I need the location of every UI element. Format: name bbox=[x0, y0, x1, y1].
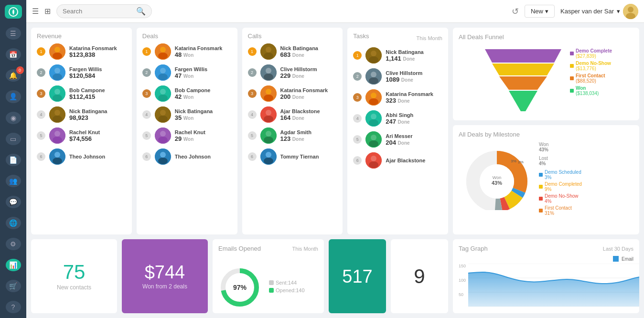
cart-icon[interactable]: 🛒 bbox=[6, 280, 21, 292]
tasks-title: Tasks bbox=[353, 32, 369, 40]
rank-badge: 1 bbox=[248, 47, 257, 56]
svg-point-23 bbox=[160, 47, 166, 53]
list-item: 3 Katarina Fonsmark 200 Done bbox=[248, 85, 337, 102]
chat-icon[interactable]: 💬 bbox=[6, 196, 21, 208]
first-contact-dot bbox=[539, 209, 543, 212]
deals-col: Deals 1 Katarina Fonsmark 48 Won 2 bbox=[137, 28, 237, 234]
person-info: Abhi Singh 247 Done bbox=[386, 112, 442, 125]
rank-badge: 5 bbox=[142, 131, 151, 140]
funnel-labels: Demo Complete($27,839) Demo No-Show($13,… bbox=[570, 44, 612, 96]
email-donut: 97% bbox=[218, 266, 261, 309]
calls-col: Calls 1 Nick Batingana 683 Done 2 bbox=[242, 28, 343, 234]
person-info: Rachel Knut $74,556 bbox=[69, 129, 126, 142]
nine-value: 9 bbox=[414, 266, 425, 286]
bottom-stats-row: 75 New contacts $744 Won from 2 deals Em… bbox=[31, 239, 448, 313]
avatar bbox=[365, 47, 382, 64]
svg-point-59 bbox=[371, 51, 376, 56]
avatar bbox=[155, 64, 171, 81]
left-panels: Revenue 1 Katarina Fonsmark $123,838 2 bbox=[31, 28, 448, 313]
milestone-labels: Won43% Lost4% Demo Scheduled3% Demo Comp… bbox=[539, 142, 582, 216]
svg-point-29 bbox=[160, 89, 166, 95]
folder-icon[interactable]: ▭ bbox=[6, 133, 21, 145]
svg-point-65 bbox=[371, 93, 376, 98]
svg-point-20 bbox=[54, 152, 60, 158]
calendar-icon[interactable]: 📅 bbox=[6, 48, 21, 61]
avatar bbox=[260, 85, 277, 102]
svg-point-35 bbox=[160, 131, 166, 137]
svg-point-72 bbox=[369, 140, 378, 147]
rank-badge: 3 bbox=[353, 93, 362, 102]
rank-badge: 6 bbox=[248, 152, 257, 161]
person-info: Fargen Willis $120,584 bbox=[69, 66, 126, 79]
avatar bbox=[365, 110, 382, 127]
tasks-header: Tasks This Month bbox=[353, 32, 442, 43]
group-icon[interactable]: 👥 bbox=[6, 175, 21, 187]
person-icon[interactable]: 👤 bbox=[6, 90, 21, 103]
tag-graph-legend: Email bbox=[459, 256, 633, 262]
svg-text:43%: 43% bbox=[492, 180, 502, 186]
email-legend-label: Email bbox=[622, 256, 633, 262]
list-item: 5 Rachel Knut 29 Won bbox=[142, 127, 232, 144]
funnel-title: All Deals Funnel bbox=[459, 33, 633, 41]
notification-icon[interactable]: 🔔0 bbox=[6, 69, 21, 82]
svg-point-50 bbox=[266, 110, 271, 116]
funnel-dot-3 bbox=[570, 76, 574, 80]
rank-badge: 5 bbox=[248, 131, 257, 140]
list-item: 5 Ari Messer 204 Done bbox=[353, 131, 442, 148]
svg-point-56 bbox=[266, 152, 271, 158]
tasks-period: This Month bbox=[417, 35, 442, 41]
rank-badge: 4 bbox=[353, 114, 362, 123]
svg-marker-80 bbox=[499, 76, 547, 90]
menu-icon[interactable]: ☰ bbox=[6, 27, 21, 40]
search-input[interactable] bbox=[63, 8, 133, 15]
emails-period: This Month bbox=[292, 246, 318, 252]
person-info: Nick Batingana 1,141 Done bbox=[386, 49, 442, 62]
opened-dot bbox=[269, 288, 274, 293]
list-item: 4 Nick Batingana 98,923 bbox=[37, 106, 126, 123]
person-info: Ajar Blackstone bbox=[386, 158, 442, 163]
rank-badge: 5 bbox=[353, 135, 362, 144]
rank-badge: 4 bbox=[37, 110, 45, 119]
help-icon[interactable]: ? bbox=[6, 301, 21, 313]
milestone-card: All Deals by Milestone bbox=[453, 125, 639, 234]
user-dropdown-icon: ▾ bbox=[617, 8, 620, 15]
bar-chart-icon[interactable]: 📊 bbox=[6, 259, 21, 271]
avatar bbox=[49, 106, 65, 123]
circle-icon[interactable]: ◉ bbox=[6, 112, 21, 124]
avatar bbox=[155, 43, 171, 60]
person-info: Agdar Smith 123 Done bbox=[280, 129, 337, 142]
file-icon[interactable]: 📄 bbox=[6, 154, 21, 166]
list-item: 5 Rachel Knut $74,556 bbox=[37, 127, 126, 144]
avatar bbox=[260, 43, 277, 60]
person-info: Theo Johnson bbox=[175, 154, 232, 159]
avatar bbox=[365, 152, 382, 169]
new-button[interactable]: New ▾ bbox=[525, 5, 555, 18]
globe-icon[interactable]: 🌐 bbox=[6, 217, 21, 229]
avatar bbox=[260, 106, 277, 123]
search-icon: 🔍 bbox=[136, 7, 146, 16]
settings-icon[interactable]: ⚙ bbox=[6, 238, 21, 250]
person-info: Rachel Knut 29 Won bbox=[175, 129, 232, 142]
search-bar[interactable]: 🔍 bbox=[56, 4, 152, 18]
sidebar: ☰ 📅 🔔0 👤 ◉ ▭ 📄 👥 💬 🌐 ⚙ 📊 🛒 ? bbox=[0, 0, 26, 318]
hamburger-icon[interactable]: ☰ bbox=[32, 7, 39, 16]
funnel-label-4: Won($138,034) bbox=[570, 85, 612, 96]
svg-marker-78 bbox=[485, 49, 561, 63]
grid-icon[interactable]: ⊞ bbox=[44, 7, 51, 16]
svg-point-45 bbox=[264, 74, 273, 80]
history-icon[interactable]: ↺ bbox=[512, 6, 519, 17]
demo-scheduled-dot bbox=[539, 173, 543, 177]
list-item: 3 Katarina Fonsmark 323 Done bbox=[353, 89, 442, 106]
sent-dot bbox=[269, 280, 274, 285]
revenue-title: Revenue bbox=[37, 32, 126, 40]
svg-point-11 bbox=[54, 89, 60, 95]
person-info: Nick Batingana 683 Done bbox=[280, 45, 337, 58]
svg-point-33 bbox=[158, 116, 168, 122]
milestone-donut-svg: Won 43% 3% 2% bbox=[459, 148, 535, 210]
revenue-col: Revenue 1 Katarina Fonsmark $123,838 2 bbox=[31, 28, 132, 234]
svg-point-74 bbox=[371, 156, 376, 161]
svg-point-39 bbox=[158, 158, 168, 164]
person-info: Katarina Fonsmark 200 Done bbox=[280, 87, 337, 100]
user-menu[interactable]: Kasper van der Sar ▾ bbox=[560, 4, 638, 19]
funnel-label-1: Demo Complete($27,839) bbox=[570, 48, 612, 59]
